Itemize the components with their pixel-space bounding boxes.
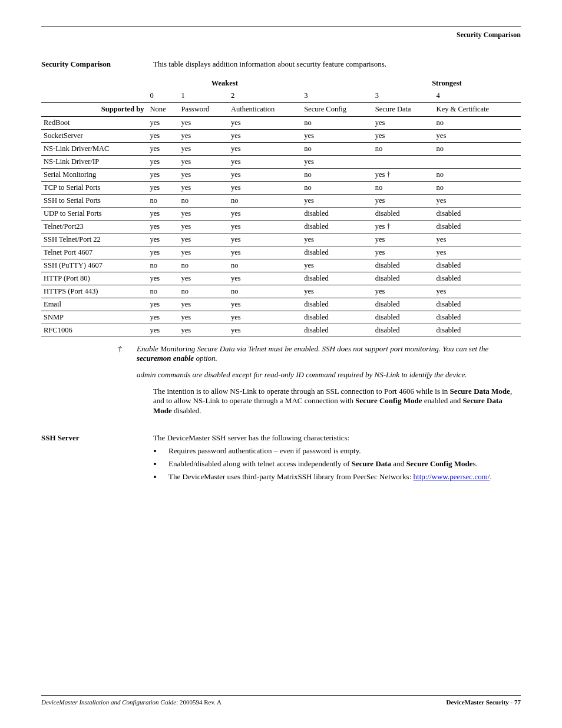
- security-comparison-table: Weakest Strongest 012334 Supported by No…: [41, 77, 521, 337]
- cell-value: yes: [178, 169, 228, 182]
- cell-value: disabled: [302, 272, 373, 285]
- peersec-link[interactable]: http://www.peersec.com/: [414, 472, 490, 481]
- cell-value: yes: [147, 311, 178, 324]
- ssh-bullet-3: The DeviceMaster uses third-party Matrix…: [163, 472, 521, 482]
- footnote-1: Enable Monitoring Secure Data via Telnet…: [137, 344, 521, 363]
- table-row: NS-Link Driver/IPyesyesyesyes: [41, 156, 521, 169]
- cell-value: disabled: [302, 298, 373, 311]
- cell-value: yes: [147, 117, 178, 130]
- cell-value: no: [229, 259, 302, 272]
- cell-value: yes: [434, 130, 521, 143]
- cell-value: no: [302, 117, 373, 130]
- cell-value: disabled: [434, 207, 521, 220]
- cell-value: yes †: [373, 220, 434, 233]
- cell-value: yes: [178, 156, 228, 169]
- cell-value: yes: [229, 233, 302, 246]
- cell-value: no: [147, 259, 178, 272]
- cell-value: no: [302, 169, 373, 182]
- feature-name: SSH (PuTTY) 4607: [41, 259, 147, 272]
- feature-name: NS-Link Driver/MAC: [41, 143, 147, 156]
- cell-value: yes: [229, 311, 302, 324]
- col-header: Authentication: [229, 103, 302, 117]
- col-header: None: [147, 103, 178, 117]
- cell-value: no: [302, 143, 373, 156]
- cell-value: disabled: [373, 272, 434, 285]
- cell-value: no: [229, 195, 302, 207]
- cell-value: disabled: [434, 259, 521, 272]
- cell-value: yes: [229, 220, 302, 233]
- cell-value: yes: [229, 117, 302, 130]
- table-row: Emailyesyesyesdisableddisableddisabled: [41, 298, 521, 311]
- footnote-symbol: †: [118, 344, 125, 363]
- cell-value: yes: [229, 207, 302, 220]
- intention-paragraph: The intention is to allow NS-Link to ope…: [153, 387, 521, 416]
- feature-name: SocketServer: [41, 130, 147, 143]
- col-num: 4: [434, 90, 521, 103]
- col-num: 1: [178, 90, 228, 103]
- table-row: SocketServeryesyesyesyesyesyes: [41, 130, 521, 143]
- cell-value: yes: [229, 156, 302, 169]
- cell-value: yes: [229, 169, 302, 182]
- cell-value: disabled: [302, 311, 373, 324]
- cell-value: disabled: [373, 298, 434, 311]
- feature-name: NS-Link Driver/IP: [41, 156, 147, 169]
- cell-value: yes: [229, 324, 302, 337]
- cell-value: disabled: [373, 259, 434, 272]
- cell-value: yes: [434, 285, 521, 298]
- table-row: RedBootyesyesyesnoyesno: [41, 117, 521, 130]
- cell-value: yes: [178, 182, 228, 195]
- label-weakest: Weakest: [147, 77, 302, 90]
- cell-value: no: [302, 182, 373, 195]
- table-row: Serial Monitoringyesyesyesnoyes †no: [41, 169, 521, 182]
- cell-value: [373, 156, 434, 169]
- cell-value: yes: [434, 246, 521, 259]
- col-header: Secure Config: [302, 103, 373, 117]
- table-row: HTTPS (Port 443)nononoyesyesyes: [41, 285, 521, 298]
- cell-value: yes: [147, 207, 178, 220]
- cell-value: yes: [147, 246, 178, 259]
- cell-value: yes: [147, 233, 178, 246]
- feature-name: HTTP (Port 80): [41, 272, 147, 285]
- col-num: 2: [229, 90, 302, 103]
- cell-value: yes: [302, 259, 373, 272]
- cell-value: yes: [147, 143, 178, 156]
- cell-value: [434, 156, 521, 169]
- cell-value: yes: [178, 233, 228, 246]
- cell-value: yes: [302, 233, 373, 246]
- feature-name: Telnet/Port23: [41, 220, 147, 233]
- feature-name: Telnet Port 4607: [41, 246, 147, 259]
- table-row: SNMPyesyesyesdisableddisableddisabled: [41, 311, 521, 324]
- ssh-intro: The DeviceMaster SSH server has the foll…: [153, 433, 521, 443]
- cell-value: no: [178, 259, 228, 272]
- cell-value: no: [434, 143, 521, 156]
- cell-value: no: [434, 117, 521, 130]
- cell-value: yes: [229, 272, 302, 285]
- col-num: 0: [147, 90, 178, 103]
- cell-value: disabled: [302, 324, 373, 337]
- table-row: UDP to Serial Portsyesyesyesdisableddisa…: [41, 207, 521, 220]
- cell-value: yes: [178, 324, 228, 337]
- cell-value: no: [434, 182, 521, 195]
- table-row: HTTP (Port 80)yesyesyesdisableddisabledd…: [41, 272, 521, 285]
- feature-name: RedBoot: [41, 117, 147, 130]
- feature-name: UDP to Serial Ports: [41, 207, 147, 220]
- cell-value: yes: [178, 117, 228, 130]
- cell-value: yes: [229, 143, 302, 156]
- table-row: RFC1006yesyesyesdisableddisableddisabled: [41, 324, 521, 337]
- table-row: Telnet Port 4607yesyesyesdisabledyesyes: [41, 246, 521, 259]
- cell-value: yes: [302, 130, 373, 143]
- cell-value: disabled: [434, 324, 521, 337]
- cell-value: yes: [147, 130, 178, 143]
- section-label-security-comparison: Security Comparison: [41, 60, 153, 69]
- cell-value: disabled: [434, 272, 521, 285]
- cell-value: yes: [147, 298, 178, 311]
- col-header: Secure Data: [373, 103, 434, 117]
- feature-name: Email: [41, 298, 147, 311]
- cell-value: disabled: [434, 220, 521, 233]
- col-num: 3: [373, 90, 434, 103]
- section-label-ssh-server: SSH Server: [41, 433, 153, 443]
- cell-value: disabled: [434, 311, 521, 324]
- cell-value: yes: [178, 272, 228, 285]
- cell-value: yes: [229, 298, 302, 311]
- cell-value: no: [229, 285, 302, 298]
